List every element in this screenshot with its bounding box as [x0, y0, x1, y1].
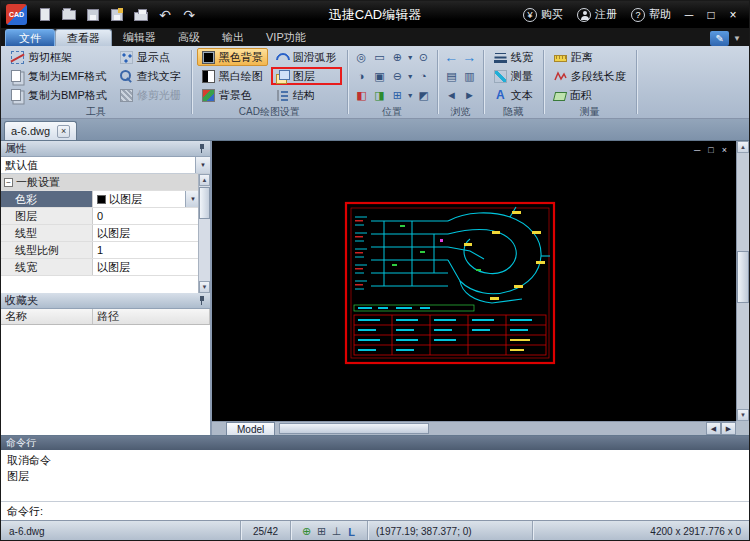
pin-icon[interactable] — [197, 296, 206, 306]
tab-vip[interactable]: VIP功能 — [255, 29, 317, 46]
trim-raster-button[interactable]: 修剪光栅 — [115, 86, 186, 104]
last-page-button[interactable]: ▥ — [461, 68, 478, 85]
command-input[interactable] — [48, 504, 749, 519]
tab-editor[interactable]: 编辑器 — [112, 29, 167, 46]
hide-measure-button[interactable]: 测量 — [489, 67, 538, 85]
scroll-down-icon[interactable]: ▼ — [199, 281, 210, 293]
zoom-in-button[interactable]: ⊕ — [389, 49, 406, 66]
page-up-button[interactable]: ◄ — [443, 87, 460, 104]
quick-edit-button[interactable]: ✎ — [710, 31, 729, 46]
redo-button[interactable]: ↷ — [177, 4, 201, 26]
collapse-icon[interactable]: − — [4, 178, 13, 187]
vertical-scrollbar[interactable]: ▲ ▼ — [736, 141, 749, 421]
property-row-linetype[interactable]: 线型 以图层 — [1, 225, 200, 242]
hide-text-button[interactable]: A 文本 — [489, 86, 538, 104]
layers-button[interactable]: 图层 — [271, 67, 342, 85]
zoom-window-button[interactable]: ▭ — [371, 49, 388, 66]
scrollbar-thumb[interactable] — [279, 423, 429, 434]
tab-advanced[interactable]: 高级 — [167, 29, 211, 46]
favorites-list[interactable] — [1, 325, 210, 435]
scroll-down-icon[interactable]: ▼ — [737, 409, 749, 421]
file-menu-button[interactable]: 文件 — [5, 29, 55, 46]
child-restore-button[interactable]: □ — [708, 145, 713, 155]
property-row-layer[interactable]: 图层 0 — [1, 208, 200, 225]
pan-button[interactable]: ◎ — [353, 49, 370, 66]
document-close-icon[interactable]: × — [57, 125, 70, 138]
maximize-button[interactable]: □ — [700, 5, 722, 25]
new-file-icon — [40, 8, 50, 21]
structure-button[interactable]: 结构 — [271, 86, 342, 104]
register-button[interactable]: 注册 — [570, 4, 624, 25]
find-text-button[interactable]: 查找文字 — [115, 67, 186, 85]
open-file-button[interactable] — [57, 4, 81, 26]
view-front-button[interactable]: ◧ — [353, 87, 370, 104]
zoom-previous-button[interactable]: ▣ — [371, 68, 388, 85]
zoom-extents-button[interactable]: ⊙ — [415, 49, 432, 66]
document-tab[interactable]: a-6.dwg × — [4, 121, 77, 140]
favorites-col-path[interactable]: 路径 — [93, 309, 210, 324]
property-row-lineweight[interactable]: 线宽 以图层 — [1, 259, 200, 276]
buy-button[interactable]: ¥ 购买 — [516, 4, 570, 25]
favorites-col-name[interactable]: 名称 — [1, 309, 93, 324]
grid-view-button[interactable]: ⊞ — [389, 87, 406, 104]
page-down-button[interactable]: ► — [461, 87, 478, 104]
next-view-button[interactable]: → — [461, 49, 478, 66]
new-file-button[interactable] — [33, 4, 57, 26]
rotate-view-button[interactable]: ◑ — [353, 68, 370, 85]
print-button[interactable] — [129, 4, 153, 26]
distance-button[interactable]: 距离 — [549, 48, 631, 66]
background-color-button[interactable]: 背景色 — [197, 86, 268, 104]
view-top-button[interactable]: ◨ — [371, 87, 388, 104]
scroll-left-icon[interactable]: ◀ — [706, 422, 721, 435]
hide-line-width-button[interactable]: 线宽 — [489, 48, 538, 66]
smooth-arc-button[interactable]: 圆滑弧形 — [271, 48, 342, 66]
zoom-in-dropdown-icon[interactable]: ▼ — [407, 54, 414, 61]
scroll-right-icon[interactable]: ▶ — [721, 422, 736, 435]
property-row-linetype-scale[interactable]: 线型比例 1 — [1, 242, 200, 259]
scrollbar-thumb[interactable] — [199, 187, 210, 219]
zoom-out-dropdown-icon[interactable]: ▼ — [407, 73, 414, 80]
undo-button[interactable]: ↶ — [153, 4, 177, 26]
polyline-length-button[interactable]: 多段线长度 — [549, 67, 631, 85]
ortho-icon[interactable]: ⊥ — [329, 525, 344, 538]
property-row-color[interactable]: 色彩 以图层 ▼ — [1, 191, 200, 208]
preset-dropdown-icon[interactable]: ▼ — [195, 157, 210, 173]
scrollbar-thumb[interactable] — [737, 251, 749, 303]
help-button[interactable]: ? 帮助 — [624, 4, 678, 25]
preset-dropdown[interactable]: 默认值 ▼ — [1, 157, 210, 174]
tab-output[interactable]: 输出 — [211, 29, 255, 46]
black-background-button[interactable]: 黑色背景 — [197, 48, 268, 66]
zoom-selected-button[interactable]: ◔ — [415, 68, 432, 85]
property-category-row[interactable]: − 一般设置 — [1, 174, 200, 191]
copy-emf-button[interactable]: 复制为EMF格式 — [6, 67, 112, 85]
show-points-button[interactable]: 显示点 — [115, 48, 186, 66]
child-minimize-button[interactable]: ─ — [694, 145, 700, 155]
zoom-out-button[interactable]: ⊖ — [389, 68, 406, 85]
bw-drawing-button[interactable]: 黑白绘图 — [197, 67, 268, 85]
child-close-button[interactable]: × — [722, 145, 727, 155]
command-history[interactable]: 取消命令 图层 — [1, 450, 749, 502]
tab-viewer[interactable]: 查看器 — [55, 29, 112, 46]
save-as-button[interactable] — [105, 4, 129, 26]
scroll-up-icon[interactable]: ▲ — [737, 141, 749, 153]
minimize-button[interactable]: ─ — [678, 5, 700, 25]
drawing-viewport[interactable]: ─ □ × — [212, 141, 749, 435]
chevron-down-icon[interactable]: ▼ — [733, 34, 741, 43]
render-mode-button[interactable]: ◩ — [415, 87, 432, 104]
horizontal-scrollbar[interactable] — [275, 422, 706, 435]
grid-icon[interactable]: ⊞ — [314, 525, 329, 538]
save-button[interactable] — [81, 4, 105, 26]
ucs-icon[interactable]: L — [344, 526, 359, 538]
close-button[interactable]: × — [722, 5, 744, 25]
properties-scrollbar[interactable]: ▲ ▼ — [198, 174, 210, 293]
pin-icon[interactable] — [197, 144, 206, 154]
scroll-up-icon[interactable]: ▲ — [199, 174, 210, 186]
area-button[interactable]: 面积 — [549, 86, 631, 104]
model-tab[interactable]: Model — [226, 422, 275, 435]
copy-bmp-button[interactable]: 复制为BMP格式 — [6, 86, 112, 104]
views-dropdown-icon[interactable]: ▼ — [407, 92, 414, 99]
snap-icon[interactable]: ⊕ — [299, 525, 314, 538]
first-page-button[interactable]: ▤ — [443, 68, 460, 85]
previous-view-button[interactable]: ← — [443, 49, 460, 66]
cut-frame-button[interactable]: 剪切框架 — [6, 48, 112, 66]
